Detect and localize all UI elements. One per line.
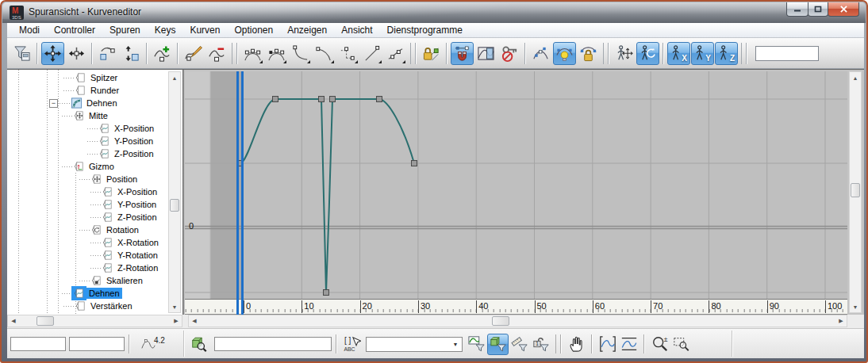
tree-item-y-position[interactable]: Y-Position	[7, 135, 168, 147]
time-slider-line[interactable]	[241, 71, 244, 315]
menu-ansicht[interactable]: Ansicht	[334, 23, 379, 37]
lock-selected-tangents-button[interactable]	[577, 42, 600, 65]
tree-item-position[interactable]: Position	[7, 173, 168, 185]
minimize-button[interactable]	[786, 2, 808, 17]
tree-vertical-scrollbar[interactable]: ▲ ▼	[168, 71, 181, 313]
menu-keys[interactable]: Keys	[148, 23, 183, 37]
set-tangents-step-button[interactable]	[336, 42, 359, 65]
title-bar[interactable]: M 3DS Spuransicht - Kurveneditor	[2, 2, 866, 23]
scroll-left-arrow[interactable]: ◀	[189, 315, 200, 327]
show-unlocked-tracks-filter-button[interactable]: 1	[530, 334, 551, 355]
move-keys-horizontal-button[interactable]	[65, 42, 88, 65]
tree-item-x-position[interactable]: X-Position	[7, 185, 168, 198]
tree-item-spitzer[interactable]: Spitzer	[7, 71, 168, 84]
track-set-combo[interactable]: ▼	[366, 337, 463, 352]
tree-item-dehnen[interactable]: −Dehnen	[7, 97, 168, 109]
show-tangents-button[interactable]	[529, 42, 552, 65]
biped-z-button[interactable]: Z	[715, 42, 738, 65]
maximize-button[interactable]	[808, 2, 828, 17]
slide-keys-button[interactable]	[96, 42, 119, 65]
add-keys-button[interactable]	[151, 42, 174, 65]
function-curve-plot[interactable]	[185, 71, 847, 299]
scroll-down-arrow[interactable]: ▼	[850, 301, 861, 312]
time-ruler[interactable]: 0102030405060708090100	[185, 299, 847, 315]
scale-keys-button[interactable]	[120, 42, 143, 65]
scroll-up-arrow[interactable]: ▲	[169, 72, 180, 83]
curve-key[interactable]	[412, 161, 417, 166]
tree-item-y-rotation[interactable]: Y-Rotation	[7, 249, 168, 262]
tree-item-rotation[interactable]: Rotation	[7, 224, 168, 236]
biped-y-button[interactable]: Y	[691, 42, 714, 65]
tree-item-z-position[interactable]: Z-Position	[7, 147, 168, 160]
show-spinner-tracks-filter-button[interactable]	[509, 334, 530, 355]
close-button[interactable]	[828, 2, 859, 17]
tree-item-runder[interactable]: Runder	[7, 84, 168, 97]
tree-item-x-rotation[interactable]: X-Rotation	[7, 236, 168, 249]
lock-tangents-button[interactable]	[420, 42, 443, 65]
zoom-button[interactable]: ±	[649, 334, 670, 355]
zoom-selected-object-button[interactable]	[188, 334, 209, 355]
reduce-keys-button[interactable]	[205, 42, 229, 65]
set-tangents-slow-button[interactable]	[313, 42, 336, 65]
curve-vertical-scrollbar[interactable]: ▲ ▼	[849, 71, 862, 313]
snap-frames-button[interactable]	[451, 42, 474, 65]
track-name-field[interactable]	[214, 337, 332, 351]
scroll-up-arrow[interactable]: ▲	[850, 72, 861, 83]
zoom-region-button[interactable]	[670, 334, 692, 355]
biped-move-button[interactable]	[613, 42, 636, 65]
parameter-out-of-range-button[interactable]	[474, 42, 497, 65]
show-animated-tracks-filter-button[interactable]	[466, 334, 487, 355]
select-by-name-button[interactable]: [ ]ABC	[341, 334, 363, 355]
set-tangents-linear-button[interactable]	[360, 42, 383, 65]
biped-rotate-button[interactable]	[636, 42, 659, 65]
move-keys-button[interactable]	[41, 42, 64, 65]
scroll-right-arrow[interactable]: ▶	[171, 315, 182, 327]
time-slider-line[interactable]	[236, 71, 239, 315]
curve-key[interactable]	[273, 97, 278, 102]
set-tangents-custom-button[interactable]	[265, 42, 288, 65]
frame-value-extents-button[interactable]	[618, 334, 639, 355]
set-tangents-auto-button[interactable]	[241, 42, 264, 65]
scroll-left-arrow[interactable]: ◀	[8, 315, 19, 327]
scrollbar-thumb[interactable]	[170, 199, 179, 212]
menu-modi[interactable]: Modi	[12, 23, 47, 37]
tree-item-y-position[interactable]: Y-Position	[7, 198, 168, 211]
biped-x-button[interactable]: X	[667, 42, 690, 65]
menu-spuren[interactable]: Spuren	[102, 23, 148, 37]
draw-curves-button[interactable]	[182, 42, 205, 65]
combo-arrow-icon[interactable]: ▼	[449, 338, 462, 351]
collapse-toggle[interactable]: −	[49, 99, 58, 108]
frame-horizontal-extents-button[interactable]	[597, 334, 618, 355]
menu-optionen[interactable]: Optionen	[227, 23, 280, 37]
set-tangents-fast-button[interactable]	[289, 42, 312, 65]
curve-key[interactable]	[319, 97, 325, 102]
curve-key[interactable]	[324, 290, 329, 296]
scrollbar-thumb[interactable]	[36, 316, 54, 326]
menu-dienstprogramme[interactable]: Dienstprogramme	[380, 23, 470, 37]
tree-item-z-rotation[interactable]: Z-Rotation	[7, 262, 168, 274]
pan-button[interactable]	[566, 334, 587, 355]
scroll-down-arrow[interactable]: ▼	[169, 301, 180, 312]
track-tree-panel[interactable]: SpitzerRunder−DehnenMitteX-PositionY-Pos…	[7, 70, 182, 315]
scroll-right-arrow[interactable]: ▶	[835, 315, 847, 327]
tree-item-mitte[interactable]: Mitte	[7, 109, 168, 122]
menu-kurven[interactable]: Kurven	[182, 23, 227, 37]
tree-item-x-position[interactable]: X-Position	[7, 122, 168, 135]
show-keyable-icons-button[interactable]	[498, 42, 521, 65]
toolbar-text-field[interactable]	[755, 46, 819, 61]
tree-item-z-position[interactable]: Z-Position	[7, 211, 168, 224]
tree-item-dehnen[interactable]: Dehnen	[7, 287, 168, 300]
tree-item-skalieren[interactable]: Skalieren	[7, 274, 168, 287]
set-tangents-smooth-button[interactable]	[384, 42, 407, 65]
menu-anzeigen[interactable]: Anzeigen	[280, 23, 334, 37]
tree-horizontal-scrollbar[interactable]: ◀ ▶	[7, 315, 182, 327]
curve-key[interactable]	[330, 97, 336, 102]
curve-horizontal-scrollbar[interactable]: ◀ ▶	[188, 315, 847, 327]
scrollbar-thumb[interactable]	[851, 183, 860, 197]
curve-key[interactable]	[377, 97, 382, 102]
key-time-field[interactable]	[10, 337, 66, 351]
key-value-field[interactable]	[69, 337, 125, 351]
show-selected-tracks-filter-button[interactable]	[487, 334, 509, 355]
scrollbar-thumb[interactable]	[492, 316, 509, 326]
tree-item-gizmo[interactable]: Gizmo	[7, 160, 168, 173]
